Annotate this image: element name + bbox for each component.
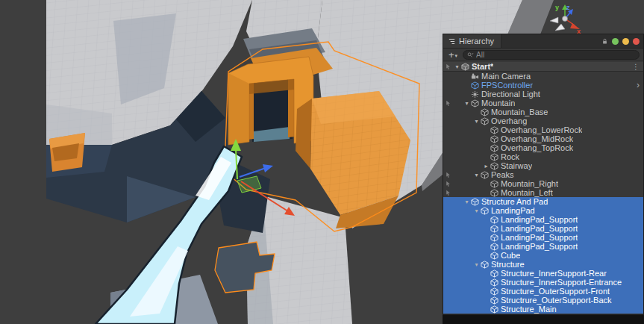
window-dot[interactable]	[622, 38, 629, 45]
row-label: LandingPad	[491, 206, 535, 215]
hierarchy-row[interactable]: Start*	[443, 62, 643, 72]
hierarchy-row[interactable]: Overhang_MidRock	[443, 134, 643, 143]
hierarchy-row[interactable]: Main Camera	[443, 72, 643, 81]
object-icon	[490, 189, 498, 197]
hierarchy-row[interactable]: Structure	[443, 260, 643, 269]
foldout-arrow-icon[interactable]	[472, 118, 481, 125]
hierarchy-row[interactable]: Overhang_LowerRock	[443, 125, 643, 134]
hierarchy-row[interactable]: LandingPad_Support	[443, 242, 643, 251]
search-input[interactable]	[476, 51, 635, 59]
hierarchy-row[interactable]: Structrure_OuterSupport-Back	[443, 296, 643, 305]
row-trailing-icon[interactable]	[637, 81, 643, 90]
row-label: Mountain	[481, 99, 515, 108]
row-label: Stairway	[501, 161, 532, 170]
object-icon	[490, 216, 498, 224]
axis-label-z: z	[566, 4, 570, 11]
axis-label-y: y	[555, 4, 559, 11]
hierarchy-row[interactable]: Mountain_Left	[443, 188, 643, 197]
row-gutter	[443, 163, 453, 169]
foldout-arrow-icon[interactable]	[463, 199, 471, 205]
row-gutter	[443, 261, 453, 268]
window-dot[interactable]	[612, 38, 619, 45]
object-icon	[471, 99, 479, 108]
object-icon	[471, 90, 479, 99]
panel-tabbar: Hierarchy	[443, 34, 643, 49]
row-label: Structure_OuterSupport-Front	[501, 287, 610, 296]
row-label: Directional Light	[481, 90, 540, 99]
pickability-toggle-icon[interactable]	[445, 190, 451, 196]
row-label: Overhang_LowerRock	[501, 125, 582, 134]
row-gutter	[443, 225, 453, 232]
object-icon	[490, 135, 498, 143]
foldout-arrow-icon[interactable]	[463, 100, 471, 107]
hierarchy-row[interactable]: Structure_OuterSupport-Front	[443, 287, 643, 296]
hierarchy-row[interactable]: FPSController	[443, 81, 643, 90]
foldout-arrow-icon[interactable]	[482, 163, 490, 169]
hierarchy-row[interactable]: LandingPad	[443, 206, 643, 215]
search-box[interactable]	[463, 50, 640, 60]
pickability-toggle-icon[interactable]	[445, 63, 451, 70]
hierarchy-row[interactable]: Overhang	[443, 116, 643, 125]
object-icon	[490, 162, 498, 170]
hierarchy-row[interactable]: Directional Light	[443, 90, 643, 99]
object-icon	[490, 252, 498, 260]
hierarchy-tree: Start* Main Camera FPSController Directi…	[443, 61, 643, 314]
hierarchy-row[interactable]: Peaks	[443, 170, 643, 179]
row-gutter	[443, 297, 453, 304]
lock-icon[interactable]	[601, 38, 608, 45]
window-dot[interactable]	[633, 38, 640, 45]
foldout-arrow-icon[interactable]	[472, 261, 481, 268]
row-label: Cube	[501, 251, 520, 260]
hierarchy-row[interactable]: Structure_InnerSupport-Rear	[443, 269, 643, 278]
hierarchy-row[interactable]: Stairway	[443, 161, 643, 170]
hierarchy-row[interactable]: LandingPad_Support	[443, 233, 643, 242]
row-gutter	[443, 181, 453, 187]
object-icon	[481, 207, 489, 215]
object-icon	[490, 243, 498, 251]
tab-hierarchy[interactable]: Hierarchy	[443, 34, 501, 48]
row-label: Structure_Main	[501, 305, 557, 314]
row-label: Structure_InnerSupport-Rear	[501, 269, 607, 278]
row-label: Mountain_Base	[491, 108, 548, 116]
hierarchy-row[interactable]: Mountain	[443, 99, 643, 108]
row-label: Mountain_Left	[501, 188, 553, 197]
row-label: Rock	[501, 152, 519, 161]
hierarchy-row[interactable]: Cube	[443, 251, 643, 260]
hierarchy-row[interactable]: Structure_Main	[443, 305, 643, 314]
row-label: Structrure_OuterSupport-Back	[501, 296, 612, 305]
foldout-arrow-icon[interactable]	[472, 208, 481, 214]
hierarchy-row[interactable]: LandingPad_Support	[443, 224, 643, 233]
hierarchy-tab-icon	[448, 37, 456, 46]
object-icon	[471, 81, 479, 90]
hierarchy-row[interactable]: Structure And Pad	[443, 197, 643, 206]
pickability-toggle-icon[interactable]	[445, 181, 451, 187]
hierarchy-row[interactable]: Mountain_Right	[443, 179, 643, 188]
axis-center[interactable]	[563, 16, 568, 22]
row-gutter	[443, 288, 453, 295]
object-icon	[461, 63, 469, 71]
row-gutter	[443, 109, 453, 116]
object-icon	[490, 278, 498, 287]
object-icon	[490, 305, 498, 314]
row-label: Peaks	[491, 170, 514, 179]
hierarchy-row[interactable]: Overhang_TopRock	[443, 143, 643, 152]
pickability-toggle-icon[interactable]	[445, 172, 451, 178]
hierarchy-row[interactable]: Structure_InnerSupport-Entrance	[443, 278, 643, 287]
hierarchy-row[interactable]: Rock	[443, 152, 643, 161]
hierarchy-row[interactable]: Mountain_Base	[443, 108, 643, 116]
foldout-arrow-icon[interactable]	[472, 172, 481, 178]
foldout-arrow-icon[interactable]	[453, 63, 461, 70]
row-label: FPSController	[481, 81, 533, 90]
object-icon	[490, 126, 498, 134]
row-trailing-icon[interactable]	[632, 62, 643, 71]
object-icon	[481, 108, 489, 116]
pickability-toggle-icon[interactable]	[445, 100, 451, 107]
search-icon	[467, 52, 474, 58]
row-label: LandingPad_Support	[501, 233, 578, 242]
object-icon	[490, 153, 498, 161]
hierarchy-row[interactable]: LandingPad_Support	[443, 215, 643, 224]
row-gutter	[443, 270, 453, 277]
object-icon	[490, 287, 498, 296]
create-button[interactable]: +	[447, 49, 459, 60]
row-gutter	[443, 136, 453, 143]
